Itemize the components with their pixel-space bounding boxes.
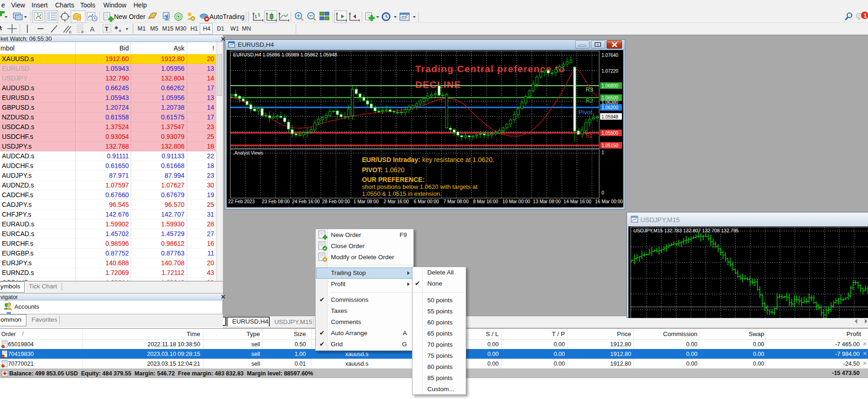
svg-text:USDJPY,M15 132.783 132.807 132: USDJPY,M15 132.783 132.807 132.708 132.7… <box>634 228 739 233</box>
svg-text:EUR/USD Intraday: key resista: EUR/USD Intraday: key resistance at 1.06… <box>362 156 494 163</box>
svg-text:16 Mar 00:00: 16 Mar 00:00 <box>595 199 623 204</box>
svg-text:1.05150: 1.05150 <box>602 143 619 148</box>
svg-text:short positions below 1.0620 w: short positions below 1.0620 with target… <box>362 183 478 190</box>
svg-text:8 Mar 16:00: 8 Mar 16:00 <box>473 199 499 204</box>
svg-text:R3: R3 <box>586 87 593 93</box>
svg-text:10 Mar 00:00: 10 Mar 00:00 <box>502 199 530 204</box>
svg-text:23 Feb 08:00: 23 Feb 08:00 <box>262 199 290 204</box>
svg-text:R2: R2 <box>586 98 593 104</box>
svg-text:1.07220: 1.07220 <box>602 69 619 74</box>
svg-text:EURUSD,H4 1.05896 1.05989 1.05: EURUSD,H4 1.05896 1.05989 1.05862 1.0594… <box>233 52 337 57</box>
svg-text:Trading Central preference to: Trading Central preference to <box>415 63 565 74</box>
svg-text:1.05948: 1.05948 <box>602 114 619 119</box>
svg-text:1.06800: 1.06800 <box>602 83 619 88</box>
svg-text:1: 1 <box>864 12 867 19</box>
svg-text:6 Mar 00:00: 6 Mar 00:00 <box>414 199 439 204</box>
svg-text:7 Mar 08:00: 7 Mar 08:00 <box>444 199 469 204</box>
svg-text:T: T <box>105 25 108 32</box>
svg-text:1: 1 <box>602 150 604 155</box>
svg-text:E: E <box>69 30 71 34</box>
svg-text:22 Feb 2023: 22 Feb 2023 <box>228 199 255 204</box>
svg-text:13 Mar 08:00: 13 Mar 08:00 <box>533 199 561 204</box>
svg-text:OUR PREFERENCE:: OUR PREFERENCE: <box>362 176 424 183</box>
svg-text:1.06200: 1.06200 <box>602 105 619 110</box>
svg-text:1 Mar 08:00: 1 Mar 08:00 <box>354 199 379 204</box>
svg-text:Pivot: Pivot <box>578 109 592 116</box>
svg-text:S1: S1 <box>585 132 592 139</box>
svg-text:2 Mar 16:00: 2 Mar 16:00 <box>384 199 409 204</box>
svg-text:1.0550 & 1.0515 in extension.: 1.0550 & 1.0515 in extension. <box>362 190 442 197</box>
svg-text:1.05500: 1.05500 <box>602 131 619 136</box>
svg-text:A: A <box>90 25 95 33</box>
svg-text:F: F <box>82 30 84 34</box>
svg-text:14 Mar 16:00: 14 Mar 16:00 <box>564 199 591 204</box>
svg-text:24 Feb 16:00: 24 Feb 16:00 <box>292 199 320 204</box>
svg-text:28 Feb 00:00: 28 Feb 00:00 <box>322 199 350 204</box>
svg-text:PIVOT: 1.0620: PIVOT: 1.0620 <box>362 166 405 174</box>
svg-text:.Analyst Views: .Analyst Views <box>233 150 263 156</box>
svg-text:1.07640: 1.07640 <box>602 53 619 58</box>
svg-text:0: 0 <box>602 190 604 195</box>
